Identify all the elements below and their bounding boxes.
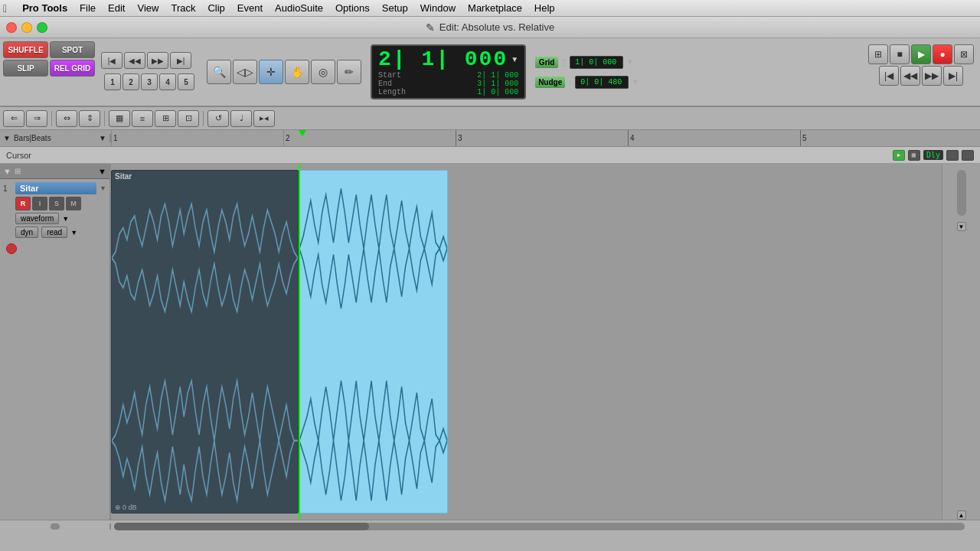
track-header-expand-icon[interactable]: ▼ [3, 167, 11, 176]
prev-button[interactable]: ◀◀ [900, 66, 920, 86]
grid-label: Grid [535, 57, 558, 68]
forward-button[interactable]: ▶▶ [147, 52, 168, 69]
nudge-dropdown-icon[interactable]: ▼ [632, 78, 639, 86]
mixer-button[interactable]: ⊞ [868, 44, 888, 64]
record-button[interactable]: ● [933, 44, 952, 64]
go-to-start-button[interactable]: |◀ [879, 66, 899, 86]
audio-clip-light[interactable] [299, 170, 448, 514]
zoom-preset-2[interactable]: 2 [122, 73, 139, 90]
track-dropdown-icon[interactable]: ▼ [100, 184, 106, 192]
track-mute-button[interactable]: M [66, 197, 81, 210]
track-header-label: ⊞ [15, 167, 21, 175]
timeline-label-area: ▼ Bars|Beats ▼ [0, 134, 111, 142]
stop-button[interactable]: ■ [890, 44, 910, 64]
nudge-right-btn[interactable]: ⇒ [26, 110, 47, 127]
spot-mode-button[interactable]: SPOT [50, 41, 95, 58]
menu-help[interactable]: Help [528, 1, 561, 15]
menu-options[interactable]: Options [329, 1, 376, 15]
menu-marketplace[interactable]: Marketplace [462, 1, 528, 15]
window-icon: ✎ [426, 21, 435, 34]
apple-menu-icon[interactable]:  [3, 2, 7, 15]
timeline-expand-icon[interactable]: ▼ [3, 134, 11, 142]
edit-modes-panel: SHUFFLE SPOT SLIP REL GRID [3, 41, 95, 103]
scrollbar-thumb[interactable] [114, 523, 369, 530]
midi-btn[interactable]: ♩ [230, 110, 252, 127]
rewind-to-start-button[interactable]: |◀ [101, 52, 122, 69]
timeline-header: ▼ Bars|Beats ▼ 1 2 3 4 5 [0, 130, 980, 147]
menu-track[interactable]: Track [165, 1, 201, 15]
audio-clip-dark[interactable]: Sitar ⊕ 0 dB [111, 170, 299, 514]
waveform-view-button[interactable]: waveform [15, 213, 59, 224]
forward-to-end-button[interactable]: ▶| [170, 52, 191, 69]
read-dropdown-icon[interactable]: ▼ [70, 229, 77, 236]
nudge-left-btn[interactable]: ⇐ [3, 110, 24, 127]
rewind-button[interactable]: ◀◀ [124, 52, 145, 69]
nudge-value[interactable]: 0| 0| 480 [575, 76, 629, 89]
track-indicator-dot [6, 243, 17, 254]
trim-tool-button[interactable]: ◁▷ [233, 60, 257, 84]
minimize-button[interactable] [21, 22, 32, 33]
meter-btn[interactable]: ▸◂ [253, 110, 275, 127]
maximize-button[interactable] [37, 22, 47, 33]
dly-badge: Dly [923, 150, 943, 160]
close-button[interactable] [6, 22, 17, 33]
counter-dropdown[interactable]: ▼ [511, 55, 518, 64]
dynamics-button[interactable]: dyn [15, 227, 38, 238]
grid-dropdown-icon[interactable]: ▼ [626, 58, 633, 66]
automation-button[interactable]: read [41, 227, 67, 238]
track-solo-button[interactable]: S [49, 197, 64, 210]
mini-scroll-h[interactable] [51, 523, 60, 530]
grid-value[interactable]: 1| 0| 000 [570, 56, 623, 69]
edit-area: ▼ ⊞ ▼ 1 Sitar ▼ R I S M waveform ▼ dyn [0, 164, 980, 520]
track-header-options-icon[interactable]: ▼ [98, 167, 106, 176]
menu-audiosuite[interactable]: AudioSuite [269, 1, 329, 15]
waveform-dropdown-icon[interactable]: ▼ [62, 215, 69, 223]
go-to-end-button[interactable]: ▶| [943, 66, 963, 86]
track-number: 1 [3, 184, 12, 193]
play-button[interactable]: ▶ [911, 44, 931, 64]
track-name[interactable]: Sitar [15, 182, 96, 194]
zoom-preset-4[interactable]: 4 [159, 73, 176, 90]
selector-tool-button[interactable]: ✛ [259, 60, 283, 84]
track-content-area[interactable]: Sitar ⊕ 0 dB [111, 164, 942, 520]
menu-pro-tools[interactable]: Pro Tools [16, 1, 74, 15]
timeline-options-icon[interactable]: ▼ [99, 134, 106, 142]
transport-nav-section: |◀ ◀◀ ▶▶ ▶| 1 2 3 4 5 [98, 41, 201, 103]
collapse-btn[interactable]: ⇕ [79, 110, 100, 127]
track-height-btn[interactable]: ≡ [132, 110, 153, 127]
menu-clip[interactable]: Clip [201, 1, 230, 15]
right-scroll-panel: ▼ ▲ [942, 164, 980, 520]
main-toolbar: SHUFFLE SPOT SLIP REL GRID |◀ ◀◀ ▶▶ ▶| 1… [0, 38, 980, 107]
relgrid-mode-button[interactable]: REL GRID [50, 60, 95, 77]
grabber-tool-button[interactable]: ✋ [285, 60, 309, 84]
zoom-preset-3[interactable]: 3 [141, 73, 158, 90]
zoom-tool-button[interactable]: 🔍 [207, 60, 231, 84]
scroll-down-button[interactable]: ▼ [957, 222, 966, 231]
menu-view[interactable]: View [131, 1, 165, 15]
pencil-tool-button[interactable]: ✏ [337, 60, 361, 84]
status-indicator-1: ▸ [893, 150, 905, 161]
settings-button[interactable]: ⊠ [954, 44, 974, 64]
menu-edit[interactable]: Edit [102, 1, 131, 15]
zoom-v-btn[interactable]: ⊡ [178, 110, 199, 127]
menu-window[interactable]: Window [414, 1, 462, 15]
slip-mode-button[interactable]: SLIP [3, 60, 48, 77]
menu-event[interactable]: Event [231, 1, 269, 15]
zoom-h-btn[interactable]: ⊞ [155, 110, 176, 127]
scroll-up-button[interactable]: ▲ [957, 510, 966, 520]
expand-btn[interactable]: ⇔ [56, 110, 77, 127]
zoom-preset-5[interactable]: 5 [178, 73, 194, 90]
menu-file[interactable]: File [74, 1, 102, 15]
menu-setup[interactable]: Setup [376, 1, 414, 15]
zoom-preset-1[interactable]: 1 [104, 73, 121, 90]
track-input-button[interactable]: I [32, 197, 47, 210]
vertical-scrollbar[interactable] [957, 170, 966, 216]
shuffle-mode-button[interactable]: SHUFFLE [3, 41, 48, 58]
loop-btn[interactable]: ↺ [207, 110, 229, 127]
scrub-tool-button[interactable]: ◎ [311, 60, 335, 84]
horizontal-scrollbar[interactable] [114, 523, 965, 530]
clip-group-btn[interactable]: ▦ [109, 110, 130, 127]
next-button[interactable]: ▶▶ [922, 66, 942, 86]
counter-display: 2| 1| 000 ▼ Start 2| 1| 000 End 3| 1| 00… [371, 44, 526, 99]
track-rec-button[interactable]: R [15, 197, 31, 210]
